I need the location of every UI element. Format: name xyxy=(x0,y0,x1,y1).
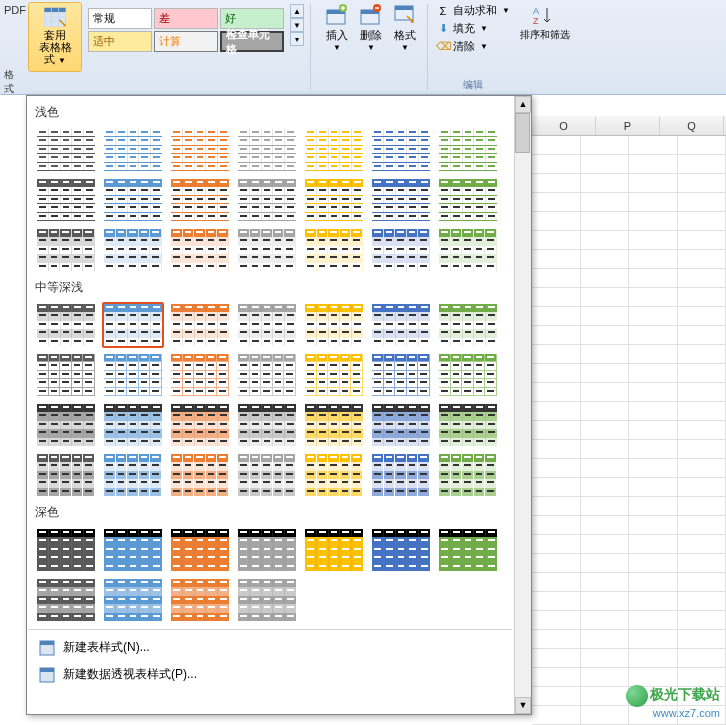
table-style-thumb[interactable] xyxy=(303,402,365,448)
table-style-thumb[interactable] xyxy=(370,352,432,398)
col-header[interactable]: Q xyxy=(660,116,724,135)
table-style-thumb[interactable] xyxy=(303,177,365,223)
table-style-thumb[interactable] xyxy=(169,302,231,348)
table-style-thumb[interactable] xyxy=(35,452,97,498)
table-style-thumb[interactable] xyxy=(169,227,231,273)
styles-scroll: ▲ ▼ ▾ xyxy=(290,4,304,46)
style-calc[interactable]: 计算 xyxy=(154,31,218,52)
table-style-thumb[interactable] xyxy=(102,227,164,273)
table-style-thumb[interactable] xyxy=(437,177,499,223)
table-style-thumb[interactable] xyxy=(35,577,97,623)
table-style-thumb[interactable] xyxy=(236,127,298,173)
table-style-thumb[interactable] xyxy=(437,127,499,173)
table-style-thumb[interactable] xyxy=(236,527,298,573)
table-style-thumb[interactable] xyxy=(169,127,231,173)
table-style-thumb[interactable] xyxy=(370,227,432,273)
table-style-thumb[interactable] xyxy=(169,577,231,623)
table-style-thumb[interactable] xyxy=(35,527,97,573)
section-header: 中等深浅 xyxy=(29,275,512,300)
clear-button[interactable]: ⌫清除▼ xyxy=(434,38,512,55)
sort-filter-icon: AZ xyxy=(531,4,559,28)
table-style-thumb[interactable] xyxy=(370,527,432,573)
table-style-thumb[interactable] xyxy=(102,452,164,498)
new-table-style-button[interactable]: 新建表样式(N)... xyxy=(29,634,512,661)
table-style-thumb[interactable] xyxy=(303,452,365,498)
watermark-logo-icon xyxy=(626,685,648,707)
pdf-tab[interactable]: PDF xyxy=(0,2,26,18)
table-style-thumb[interactable] xyxy=(437,302,499,348)
table-style-thumb[interactable] xyxy=(437,227,499,273)
table-style-thumb[interactable] xyxy=(236,577,298,623)
cell-style-partial[interactable]: 格式 xyxy=(0,66,26,98)
table-style-thumb[interactable] xyxy=(236,177,298,223)
table-style-thumb[interactable] xyxy=(102,352,164,398)
chevron-down-icon: ▼ xyxy=(502,6,510,15)
svg-rect-1 xyxy=(44,13,65,27)
table-style-thumb[interactable] xyxy=(236,352,298,398)
style-normal[interactable]: 常规 xyxy=(88,8,152,29)
table-format-icon xyxy=(39,7,71,27)
table-style-thumb[interactable] xyxy=(303,302,365,348)
table-style-thumb[interactable] xyxy=(370,302,432,348)
delete-button[interactable]: 删除▼ xyxy=(359,4,383,90)
table-style-thumb[interactable] xyxy=(236,402,298,448)
table-style-thumb[interactable] xyxy=(35,352,97,398)
table-style-thumb[interactable] xyxy=(102,177,164,223)
table-style-thumb[interactable] xyxy=(370,127,432,173)
styles-scroll-down[interactable]: ▼ xyxy=(290,18,304,32)
svg-rect-19 xyxy=(40,668,54,672)
format-as-table-button[interactable]: 套用 表格格式 ▼ xyxy=(28,2,82,72)
style-bad[interactable]: 差 xyxy=(154,8,218,29)
table-style-thumb[interactable] xyxy=(370,402,432,448)
table-style-thumb[interactable] xyxy=(169,352,231,398)
table-style-thumb[interactable] xyxy=(303,227,365,273)
fill-button[interactable]: ⬇填充▼ xyxy=(434,20,512,37)
table-style-thumb[interactable] xyxy=(35,402,97,448)
table-style-thumb[interactable] xyxy=(370,177,432,223)
cell-styles-gallery[interactable]: 常规 差 好 适中 计算 检查单元格 xyxy=(84,4,288,56)
section-header: 浅色 xyxy=(29,100,512,125)
table-style-thumb[interactable] xyxy=(169,402,231,448)
col-header[interactable]: P xyxy=(596,116,660,135)
table-style-thumb[interactable] xyxy=(102,127,164,173)
format-button[interactable]: 格式▼ xyxy=(393,4,417,90)
styles-scroll-more[interactable]: ▾ xyxy=(290,32,304,46)
gallery-scrollbar[interactable]: ▲ ▼ xyxy=(514,96,531,714)
table-style-thumb[interactable] xyxy=(35,227,97,273)
table-style-thumb[interactable] xyxy=(35,127,97,173)
grid[interactable] xyxy=(532,136,726,725)
table-style-thumb[interactable] xyxy=(303,352,365,398)
table-style-thumb[interactable] xyxy=(169,527,231,573)
table-style-thumb[interactable] xyxy=(236,227,298,273)
table-style-thumb[interactable] xyxy=(35,302,97,348)
table-style-thumb[interactable] xyxy=(370,452,432,498)
new-pivot-style-button[interactable]: 新建数据透视表样式(P)... xyxy=(29,661,512,688)
table-style-thumb[interactable] xyxy=(102,302,164,348)
table-style-thumb[interactable] xyxy=(437,452,499,498)
insert-button[interactable]: 插入▼ xyxy=(325,4,349,90)
table-style-thumb[interactable] xyxy=(169,452,231,498)
autosum-button[interactable]: Σ自动求和▼ xyxy=(434,2,512,19)
table-style-thumb[interactable] xyxy=(102,527,164,573)
style-check[interactable]: 检查单元格 xyxy=(220,31,284,52)
scroll-up-button[interactable]: ▲ xyxy=(515,96,531,113)
scroll-thumb[interactable] xyxy=(515,113,530,153)
table-style-thumb[interactable] xyxy=(236,302,298,348)
styles-scroll-up[interactable]: ▲ xyxy=(290,4,304,18)
table-style-thumb[interactable] xyxy=(102,577,164,623)
table-style-thumb[interactable] xyxy=(102,402,164,448)
table-style-thumb[interactable] xyxy=(303,527,365,573)
table-style-thumb[interactable] xyxy=(303,127,365,173)
table-style-thumb[interactable] xyxy=(437,527,499,573)
table-style-thumb[interactable] xyxy=(236,452,298,498)
col-header[interactable]: O xyxy=(532,116,596,135)
table-style-thumb[interactable] xyxy=(437,402,499,448)
sort-filter-button[interactable]: AZ 排序和筛选 xyxy=(516,0,574,94)
insert-icon xyxy=(325,4,349,26)
scroll-down-button[interactable]: ▼ xyxy=(515,697,531,714)
table-style-thumb[interactable] xyxy=(35,177,97,223)
style-neutral[interactable]: 适中 xyxy=(88,31,152,52)
table-style-thumb[interactable] xyxy=(437,352,499,398)
chevron-down-icon: ▼ xyxy=(333,43,341,52)
table-style-thumb[interactable] xyxy=(169,177,231,223)
